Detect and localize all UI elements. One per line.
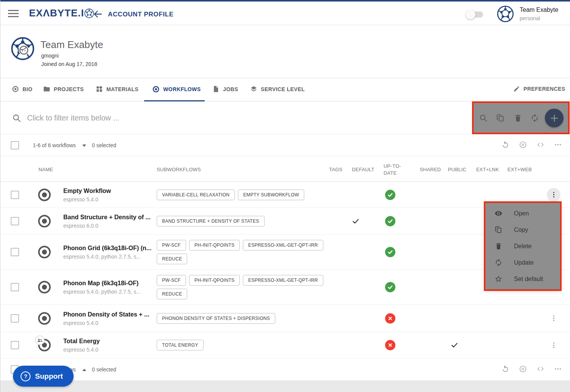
column-ext-web[interactable]: EXT+WEB [507, 167, 532, 172]
pause-icon[interactable] [519, 365, 527, 373]
toolbar-copy-icon[interactable] [496, 114, 505, 122]
subworkflow-chips: VARIABLE-CELL RELAXATION EMPTY SUBWORKFL… [157, 190, 324, 200]
workflow-name[interactable]: Band Structure + Density of ... [63, 214, 148, 220]
back-arrow-icon[interactable] [93, 9, 103, 19]
workflow-name-block: Phonon Map (6k3q18i-OF) espresso 5.4.0, … [63, 280, 148, 294]
folder-icon [43, 85, 50, 93]
pagination-range[interactable]: 1-6 of 6 workflows [33, 142, 76, 148]
theme-toggle[interactable] [466, 11, 483, 18]
tab-label: WORKFLOWS [163, 86, 201, 92]
menu-item-copy[interactable]: Copy [485, 222, 560, 238]
layers-icon [250, 85, 257, 93]
tab-label: SERVICE LEVEL [261, 86, 305, 92]
up-to-date-ok-icon [385, 216, 395, 226]
tab-jobs[interactable]: JOBS [212, 85, 238, 93]
row-checkbox[interactable] [11, 217, 19, 225]
subworkflow-chip[interactable]: PHONON DENSITY OF STATES + DISPERSIONS [157, 313, 275, 324]
widgets-icon [96, 85, 103, 93]
column-ext-lnk[interactable]: EXT+LNK [476, 167, 499, 172]
more-horizontal-icon[interactable] [554, 141, 562, 149]
column-tags[interactable]: TAGS [329, 167, 342, 172]
subworkflow-chip[interactable]: BAND STRUCTURE + DENSITY OF STATES [157, 216, 265, 227]
table-row: Total Energy espresso 5.4.0 TOTAL ENERGY [0, 332, 570, 358]
selected-count: 0 selected [92, 142, 116, 148]
selected-count: 0 selected [92, 366, 116, 373]
workflow-subtitle: espresso 5.4.0, python 2.7.5, s... [63, 288, 148, 294]
list-actions [501, 141, 562, 149]
workflow-name[interactable]: Total Energy [63, 338, 148, 345]
toolbar-update-icon[interactable] [530, 114, 539, 122]
workflow-name[interactable]: Phonon Map (6k3q18i-OF) [63, 280, 148, 286]
row-context-menu: Open Copy Delete Update Set default [485, 203, 560, 289]
hamburger-menu-icon[interactable] [8, 10, 19, 17]
menu-item-update[interactable]: Update [485, 254, 560, 271]
subworkflow-chip[interactable]: ESPRESSO-XML-GET-QPT-IRR [243, 240, 323, 251]
list-actions [501, 365, 562, 373]
support-button[interactable]: Support [13, 366, 74, 387]
star-icon [495, 275, 503, 283]
subworkflow-chip[interactable]: EMPTY SUBWORKFLOW [238, 190, 304, 200]
row-menu-button[interactable] [547, 312, 560, 325]
profile-section: Team Exabyte gmogni Joined on Aug 17, 20… [0, 25, 570, 78]
row-menu-button[interactable] [547, 338, 560, 352]
subworkflow-chip[interactable]: TOTAL ENERGY [157, 340, 204, 350]
app-header: EXΛBYTE.I ACCOUNT PROFILE Team Exabyte p… [0, 2, 570, 25]
tab-bio[interactable]: BIO [12, 85, 32, 93]
menu-item-delete[interactable]: Delete [485, 238, 560, 254]
add-workflow-button[interactable] [545, 109, 564, 127]
subworkflow-chip[interactable]: PW-SCF [157, 275, 186, 286]
brand-logo[interactable]: EXΛBYTE.I [29, 7, 94, 19]
filter-input[interactable] [27, 111, 370, 125]
workflow-list: Empty Workflow espresso 5.4.0 VARIABLE-C… [0, 182, 570, 358]
tab-projects[interactable]: PROJECTS [43, 85, 84, 93]
subworkflow-chips: TOTAL ENERGY [157, 340, 324, 350]
history-icon[interactable] [501, 141, 509, 149]
column-shared[interactable]: SHARED [420, 167, 441, 172]
subworkflow-chip[interactable]: PW-SCF [157, 240, 186, 251]
select-all-checkbox[interactable] [11, 141, 19, 149]
column-default[interactable]: DEFAULT [352, 167, 374, 172]
column-up-to-date-line2[interactable]: DATE [384, 170, 397, 176]
pause-icon[interactable] [519, 141, 527, 149]
support-label: Support [35, 372, 63, 381]
row-checkbox[interactable] [11, 283, 19, 291]
menu-item-label: Open [514, 210, 529, 217]
workflow-name[interactable]: Phonon Grid (6k3q18i-OF) (n... [63, 244, 148, 251]
chevron-down-icon[interactable] [82, 145, 86, 147]
menu-item-set-default[interactable]: Set default [485, 271, 560, 287]
code-icon[interactable] [536, 365, 544, 373]
code-icon[interactable] [536, 141, 544, 149]
tab-materials[interactable]: MATERIALS [96, 85, 138, 93]
subworkflow-chip[interactable]: VARIABLE-CELL RELAXATION [157, 190, 235, 200]
workflow-icon [38, 215, 51, 227]
row-menu-button[interactable] [547, 188, 560, 202]
column-name[interactable]: NAME [39, 167, 53, 172]
subworkflow-chip[interactable]: REDUCE [157, 254, 187, 264]
menu-item-open[interactable]: Open [485, 205, 560, 222]
workflow-name[interactable]: Empty Workflow [63, 187, 148, 194]
tab-service-level[interactable]: SERVICE LEVEL [250, 85, 305, 93]
column-public[interactable]: PUBLIC [448, 167, 466, 172]
row-checkbox[interactable] [11, 314, 19, 323]
subworkflow-chip[interactable]: ESPRESSO-XML-GET-QPT-IRR [243, 275, 323, 286]
shared-people-badge [35, 336, 45, 345]
row-checkbox[interactable] [11, 248, 19, 256]
chevron-up-icon[interactable] [82, 369, 86, 371]
column-up-to-date-line1[interactable]: UP-TO- [384, 163, 401, 169]
workflow-icon [38, 312, 51, 325]
subworkflow-chip[interactable]: REDUCE [157, 289, 187, 299]
subworkflow-chip[interactable]: PH-INIT-QPOINTS [189, 275, 240, 286]
tab-workflows[interactable]: WORKFLOWS [152, 85, 201, 93]
tab-preferences[interactable]: PREFERENCES [513, 85, 565, 92]
column-subworkflows[interactable]: SUBWORKFLOWS [157, 167, 201, 172]
toolbar-delete-icon[interactable] [514, 114, 522, 122]
more-horizontal-icon[interactable] [554, 365, 562, 373]
subworkflow-chip[interactable]: PH-INIT-QPOINTS [189, 240, 240, 251]
account-avatar[interactable] [497, 5, 514, 22]
workflow-name[interactable]: Phonon Density of States + ... [63, 311, 148, 318]
row-checkbox[interactable] [11, 191, 19, 199]
subworkflow-chips: BAND STRUCTURE + DENSITY OF STATES [157, 216, 324, 227]
history-icon[interactable] [501, 365, 509, 373]
toolbar-search-icon[interactable] [479, 114, 488, 122]
row-checkbox[interactable] [11, 341, 19, 349]
